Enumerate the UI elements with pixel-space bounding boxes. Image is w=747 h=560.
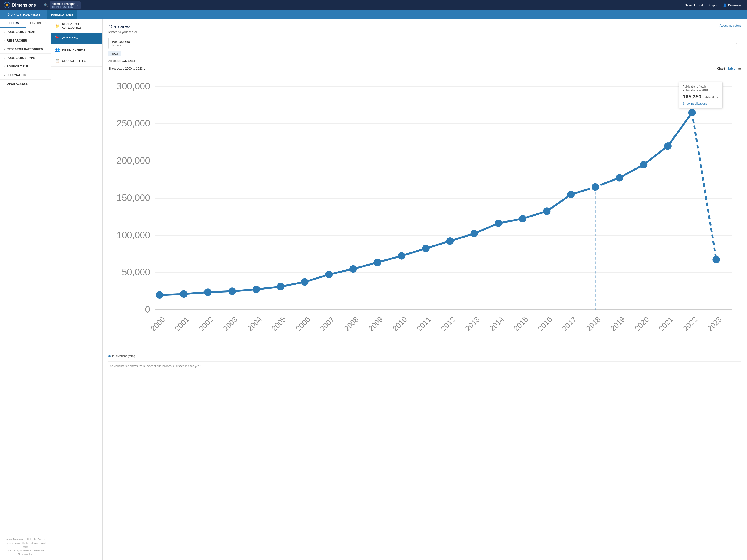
top-nav-right: Save / Export Support 👤 Dimensio...: [685, 3, 743, 7]
hamburger-icon[interactable]: ☰: [738, 66, 741, 71]
about-link[interactable]: About Dimensions: [6, 538, 25, 541]
chart-legend: Publications (total): [108, 354, 741, 358]
folder-icon: 📁: [55, 24, 60, 28]
chevron-icon: ›: [4, 56, 5, 60]
svg-point-1: [6, 4, 8, 6]
chart-description: The visualization shows the number of pu…: [108, 362, 741, 368]
main-layout: FILTERS FAVORITES › PUBLICATION YEAR › R…: [0, 19, 747, 560]
svg-text:2019: 2019: [609, 315, 626, 333]
svg-text:2022: 2022: [681, 315, 699, 333]
chevron-icon: ›: [4, 30, 5, 34]
svg-text:2000: 2000: [149, 315, 167, 333]
twitter-link[interactable]: Twitter: [38, 538, 45, 541]
publications-chart: 300,000 250,000 200,000 150,000 100,000 …: [108, 73, 741, 352]
support-link[interactable]: Support: [707, 3, 718, 7]
filter-journal-list[interactable]: › JOURNAL LIST: [0, 71, 51, 80]
filter-publication-type[interactable]: › PUBLICATION TYPE: [0, 54, 51, 62]
svg-text:2007: 2007: [318, 315, 336, 333]
filter-source-title[interactable]: › SOURCE TITLE: [0, 62, 51, 71]
filter-publication-year[interactable]: › PUBLICATION YEAR: [0, 28, 51, 36]
svg-text:50,000: 50,000: [122, 267, 150, 277]
svg-text:2023: 2023: [706, 315, 723, 333]
svg-text:200,000: 200,000: [117, 155, 150, 166]
svg-point-24: [228, 288, 236, 295]
svg-text:100,000: 100,000: [117, 230, 150, 240]
app-name: Dimensions: [12, 3, 36, 8]
svg-text:150,000: 150,000: [117, 192, 150, 203]
tooltip-count-label: publications: [703, 96, 719, 99]
svg-text:2006: 2006: [294, 315, 312, 333]
privacy-link[interactable]: Privacy policy: [6, 542, 20, 544]
svg-point-43: [688, 109, 696, 116]
analytical-views-nav[interactable]: ❯ ANALYTICAL VIEWS: [4, 10, 44, 19]
search-area: 🔍 "climate change" Free text in full dat…: [44, 1, 80, 9]
filter-open-access[interactable]: › OPEN ACCESS: [0, 80, 51, 88]
tooltip-subtitle: Publications in 2018: [683, 89, 719, 92]
svg-text:2012: 2012: [439, 315, 457, 333]
search-close-icon[interactable]: ×: [76, 3, 78, 7]
svg-point-41: [640, 161, 647, 168]
chart-divider: |: [726, 67, 727, 70]
svg-text:2018: 2018: [585, 315, 602, 333]
svg-text:2013: 2013: [464, 315, 481, 333]
overview-subtitle: related to your search: [108, 30, 138, 34]
filters-tab[interactable]: FILTERS: [0, 19, 26, 28]
svg-point-23: [204, 288, 212, 296]
chevron-icon: ›: [4, 39, 5, 43]
nav-research-categories[interactable]: 📁 RESEARCH CATEGORIES: [51, 19, 102, 33]
save-export-link[interactable]: Save / Export: [685, 3, 703, 7]
svg-text:2008: 2008: [342, 315, 360, 333]
overview-header: Overview related to your search About in…: [108, 24, 741, 34]
chart-button[interactable]: Chart: [717, 67, 725, 70]
search-chip[interactable]: "climate change" Free text in full data …: [50, 1, 80, 9]
svg-point-25: [253, 286, 260, 293]
svg-point-38: [567, 191, 575, 198]
nav-overview[interactable]: 🚩 OVERVIEW: [51, 33, 102, 44]
linkedin-link[interactable]: LinkedIn: [27, 538, 36, 541]
top-nav: Dimensions 🔍 "climate change" Free text …: [0, 0, 747, 10]
nav-source-titles[interactable]: 📋 SOURCE TITLES: [51, 55, 102, 66]
svg-text:2017: 2017: [561, 315, 578, 333]
svg-text:300,000: 300,000: [117, 81, 150, 91]
svg-point-31: [398, 252, 405, 260]
table-button[interactable]: Table: [728, 67, 735, 70]
indicator-info: Publications Indicator: [112, 40, 130, 47]
favorites-tab[interactable]: FAVORITES: [26, 19, 51, 28]
chevron-icon: ›: [4, 47, 5, 51]
filter-researcher[interactable]: › RESEARCHER: [0, 36, 51, 45]
show-publications-link[interactable]: Show publications: [683, 102, 719, 105]
center-panel: 📁 RESEARCH CATEGORIES 🚩 OVERVIEW 👥 RESEA…: [51, 19, 103, 560]
svg-text:2015: 2015: [512, 315, 530, 333]
svg-text:2020: 2020: [633, 315, 651, 333]
all-years-value: 2,373,488: [122, 59, 135, 62]
sidebar-tabs: FILTERS FAVORITES: [0, 19, 51, 28]
about-indicators-link[interactable]: About indicators: [720, 24, 741, 27]
chevron-right-icon: ❯: [7, 13, 10, 16]
search-sub: Free text in full data: [52, 6, 75, 8]
nav-researchers[interactable]: 👥 RESEARCHERS: [51, 44, 102, 55]
svg-point-35: [495, 219, 502, 227]
overview-title-area: Overview related to your search: [108, 24, 138, 34]
people-icon: 👥: [55, 47, 60, 52]
svg-text:0: 0: [145, 304, 150, 315]
svg-point-22: [180, 290, 187, 298]
svg-text:2009: 2009: [367, 315, 384, 333]
chevron-icon: ›: [4, 64, 5, 69]
svg-point-36: [519, 215, 526, 222]
publications-nav[interactable]: PUBLICATIONS: [47, 10, 77, 19]
svg-point-42: [664, 142, 672, 150]
filter-research-categories[interactable]: › RESEARCH CATEGORIES: [0, 45, 51, 54]
tooltip-title: Publications (total): [683, 85, 719, 88]
chart-controls: Show years 2000 to 2023 ∨ Chart | Table …: [108, 66, 741, 71]
all-years-text: All years: 2,373,488: [108, 59, 741, 62]
svg-point-27: [301, 278, 309, 286]
svg-point-26: [277, 283, 284, 290]
user-area[interactable]: 👤 Dimensio...: [723, 3, 743, 7]
legend-dot: [108, 355, 111, 357]
year-selector[interactable]: Show years 2000 to 2023 ∨: [108, 67, 146, 70]
cookie-link[interactable]: Cookie settings: [22, 542, 38, 544]
logo: Dimensions: [4, 2, 41, 8]
indicator-box[interactable]: Publications Indicator ∨: [108, 37, 741, 49]
overview-title: Overview: [108, 24, 138, 30]
svg-line-20: [692, 112, 716, 260]
